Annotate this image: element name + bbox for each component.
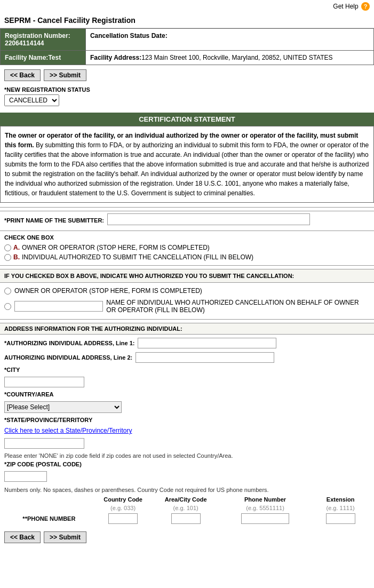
- status-label: *NEW REGISTRATION STATUS: [4, 86, 370, 93]
- facility-name-cell: Facility Name:Test: [1, 51, 86, 65]
- placeholder-phone: (e.g. 5551111): [219, 504, 311, 512]
- status-select[interactable]: CANCELLED ACTIVE: [4, 94, 59, 106]
- box-b-radio-individual: NAME OF INDIVIDUAL WHO AUTHORIZED CANCEL…: [0, 297, 374, 316]
- placeholder-country: (e.g. 033): [94, 504, 153, 512]
- phone-ext-input-cell: [311, 512, 370, 525]
- city-input-row: [0, 376, 374, 388]
- country-label-row: *COUNTRY/AREA: [0, 390, 374, 399]
- individual-name-input[interactable]: [14, 301, 103, 312]
- state-link[interactable]: Click here to select a State/Province/Te…: [4, 427, 132, 434]
- radio-b[interactable]: [4, 254, 11, 261]
- city-row: *CITY: [0, 365, 374, 374]
- help-icon[interactable]: ?: [361, 2, 370, 11]
- print-name-row: *PRINT NAME OF THE SUBMITTER:: [0, 211, 374, 227]
- state-label-row: *STATE/PROVINCE/TERRITORY: [0, 416, 374, 424]
- cert-body: The owner or operator of the facility, o…: [0, 126, 374, 203]
- zip-input-row: [0, 470, 374, 483]
- submit-button[interactable]: >> Submit: [44, 69, 86, 81]
- col-area-header: Area/City Code: [152, 495, 219, 504]
- phone-ext-input[interactable]: [326, 513, 355, 524]
- col-country-code: [4, 495, 94, 504]
- zip-label: *ZIP CODE (POSTAL CODE): [4, 461, 82, 467]
- col-ext-header: Extension: [311, 495, 370, 504]
- addr-section-header: ADDRESS INFORMATION FOR THE AUTHORIZING …: [0, 323, 374, 335]
- radio-option-b: B. INDIVIDUAL AUTHORIZED TO SUBMIT THE C…: [0, 252, 374, 262]
- bottom-back-button[interactable]: << Back: [4, 531, 41, 543]
- col-phone-header: Phone Number: [219, 495, 311, 504]
- status-select-wrap: CANCELLED ACTIVE: [4, 94, 370, 106]
- addr2-input[interactable]: [136, 352, 274, 363]
- phone-area-input[interactable]: [171, 513, 201, 524]
- facility-address-cell: Facility Address:123 Main Street 100, Ro…: [85, 51, 373, 65]
- zip-label-row: *ZIP CODE (POSTAL CODE): [0, 460, 374, 468]
- state-input[interactable]: [4, 438, 84, 449]
- addr1-label: *AUTHORIZING INDIVIDUAL ADDRESS, Line 1:: [4, 340, 134, 346]
- phone-country-input[interactable]: [108, 513, 138, 524]
- phone-label-cell: [4, 504, 94, 512]
- radio-individual[interactable]: [4, 303, 11, 310]
- country-label: *COUNTRY/AREA: [4, 391, 54, 398]
- box-b-radio-owner: OWNER OR OPERATOR (STOP HERE, FORM IS CO…: [0, 285, 374, 297]
- city-label: *CITY: [4, 367, 20, 373]
- if-box-b-header: IF YOU CHECKED BOX B ABOVE, INDICATE WHO…: [0, 269, 374, 283]
- bottom-toolbar: << Back >> Submit: [0, 527, 374, 547]
- zip-input[interactable]: [4, 471, 47, 482]
- radio-owner[interactable]: [4, 288, 11, 295]
- bottom-submit-button[interactable]: >> Submit: [44, 531, 86, 543]
- city-input[interactable]: [4, 377, 84, 387]
- status-section: *NEW REGISTRATION STATUS CANCELLED ACTIV…: [0, 85, 374, 110]
- phone-section: Numbers only. No spaces, dashes or paren…: [0, 484, 374, 527]
- addr1-input[interactable]: [138, 338, 276, 348]
- phone-number-input-cell: [219, 512, 311, 525]
- phone-country-input-cell: [94, 512, 153, 525]
- phone-note: Numbers only. No spaces, dashes or paren…: [4, 487, 370, 493]
- info-table: Registration Number: 22064114144 Cancell…: [0, 28, 374, 65]
- state-link-row: Click here to select a State/Province/Te…: [0, 426, 374, 435]
- reg-number-cell: Registration Number: 22064114144: [1, 29, 86, 51]
- check-one-box-label: CHECK ONE BOX: [0, 234, 374, 241]
- cancel-status-cell: Cancellation Status Date:: [85, 29, 373, 51]
- cert-header: CERTIFICATION STATEMENT: [0, 113, 374, 126]
- state-input-row: [0, 437, 374, 450]
- placeholder-area: (e.g. 101): [152, 504, 219, 512]
- country-select[interactable]: [Please Select]: [4, 401, 122, 413]
- radio-option-a: A. OWNER OR OPERATOR (STOP HERE, FORM IS…: [0, 243, 374, 252]
- page-title: SEPRM - Cancel Facility Registration: [0, 13, 374, 28]
- back-button[interactable]: << Back: [4, 69, 41, 81]
- country-select-row: [Please Select]: [0, 400, 374, 414]
- radio-a[interactable]: [4, 244, 11, 251]
- addr2-row: AUTHORIZING INDIVIDUAL ADDRESS, Line 2:: [0, 351, 374, 364]
- phone-number-label: **PHONE NUMBER: [4, 512, 94, 525]
- state-label: *STATE/PROVINCE/TERRITORY: [4, 417, 92, 423]
- addr1-row: *AUTHORIZING INDIVIDUAL ADDRESS, Line 1:: [0, 337, 374, 349]
- phone-area-input-cell: [152, 512, 219, 525]
- zip-note: Please enter 'NONE' in zip code field if…: [0, 451, 374, 460]
- print-name-label: *PRINT NAME OF THE SUBMITTER:: [4, 217, 104, 224]
- phone-table: Country Code Area/City Code Phone Number…: [4, 495, 370, 525]
- top-bar: Get Help ?: [0, 0, 374, 13]
- addr2-label: AUTHORIZING INDIVIDUAL ADDRESS, Line 2:: [4, 354, 132, 361]
- toolbar: << Back >> Submit: [0, 65, 374, 85]
- print-name-input[interactable]: [107, 213, 310, 225]
- placeholder-ext: (e.g. 1111): [311, 504, 370, 512]
- get-help-label: Get Help: [333, 3, 358, 10]
- phone-number-input[interactable]: [241, 513, 289, 524]
- col-country-code-header: Country Code: [94, 495, 153, 504]
